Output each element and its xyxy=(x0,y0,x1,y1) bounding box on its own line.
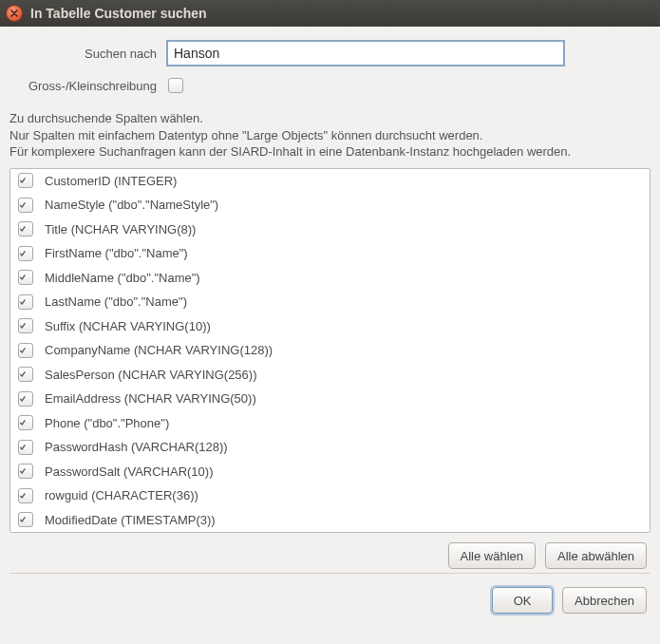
column-item[interactable]: CustomerID (INTEGER) xyxy=(10,169,650,194)
column-label: PasswordHash (VARCHAR(128)) xyxy=(45,440,228,454)
column-item[interactable]: Suffix (NCHAR VARYING(10)) xyxy=(10,314,650,339)
case-label: Gross-/Kleinschreibung xyxy=(9,79,157,93)
dialog-window: In Tabelle Customer suchen Suchen nach G… xyxy=(0,0,660,644)
column-label: EmailAddress (NCHAR VARYING(50)) xyxy=(45,391,256,406)
window-title: In Tabelle Customer suchen xyxy=(30,6,207,21)
column-item[interactable]: CompanyName (NCHAR VARYING(128)) xyxy=(10,338,650,363)
column-checkbox[interactable] xyxy=(18,270,33,285)
column-checkbox[interactable] xyxy=(18,246,33,261)
column-item[interactable]: PasswordSalt (VARCHAR(10)) xyxy=(10,460,650,484)
column-label: NameStyle ("dbo"."NameStyle") xyxy=(45,198,218,212)
divider xyxy=(9,573,651,574)
column-label: PasswordSalt (VARCHAR(10)) xyxy=(45,464,213,479)
column-checkbox[interactable] xyxy=(18,488,33,503)
column-label: Suffix (NCHAR VARYING(10)) xyxy=(45,319,211,333)
instructions-line: Zu durchsuchende Spalten wählen. xyxy=(9,110,651,127)
check-icon xyxy=(19,175,27,186)
check-icon xyxy=(19,465,27,477)
column-item[interactable]: rowguid (CHARACTER(36)) xyxy=(10,483,650,508)
column-checkbox[interactable] xyxy=(18,440,33,455)
check-icon xyxy=(19,345,27,356)
check-icon xyxy=(19,369,27,380)
column-item[interactable]: SalesPerson (NCHAR VARYING(256)) xyxy=(10,363,650,388)
check-icon xyxy=(19,296,27,308)
column-checkbox[interactable] xyxy=(18,415,33,430)
column-item[interactable]: Title (NCHAR VARYING(8)) xyxy=(10,218,650,242)
column-checkbox[interactable] xyxy=(18,367,33,382)
column-label: SalesPerson (NCHAR VARYING(256)) xyxy=(45,368,256,382)
column-label: rowguid (CHARACTER(36)) xyxy=(45,488,198,502)
column-checkbox[interactable] xyxy=(18,343,33,358)
instructions-line: Für komplexere Suchanfragen kann der SIA… xyxy=(9,143,651,161)
column-checkbox[interactable] xyxy=(18,198,33,213)
column-item[interactable]: Phone ("dbo"."Phone") xyxy=(10,411,650,436)
check-icon xyxy=(19,223,27,235)
ok-button[interactable]: OK xyxy=(492,587,553,614)
column-label: Phone ("dbo"."Phone") xyxy=(45,416,169,430)
case-checkbox[interactable] xyxy=(168,78,183,93)
column-label: CustomerID (INTEGER) xyxy=(45,174,177,188)
cancel-button[interactable]: Abbrechen xyxy=(562,587,647,614)
column-checkbox[interactable] xyxy=(18,294,33,310)
column-list[interactable]: CustomerID (INTEGER)NameStyle ("dbo"."Na… xyxy=(9,168,651,534)
column-label: MiddleName ("dbo"."Name") xyxy=(45,271,200,285)
column-checkbox[interactable] xyxy=(18,391,33,407)
close-icon xyxy=(10,9,18,17)
check-icon xyxy=(19,417,27,428)
search-label: Suchen nach xyxy=(9,47,157,61)
select-all-button[interactable]: Alle wählen xyxy=(448,542,537,569)
check-icon xyxy=(19,514,27,525)
check-icon xyxy=(19,490,27,502)
check-icon xyxy=(19,320,27,331)
search-row: Suchen nach xyxy=(9,40,651,66)
deselect-all-button[interactable]: Alle abwählen xyxy=(545,542,647,569)
dialog-button-row: OK Abbrechen xyxy=(9,578,651,614)
column-label: Title (NCHAR VARYING(8)) xyxy=(45,222,196,237)
selection-button-row: Alle wählen Alle abwählen xyxy=(9,533,651,569)
search-input[interactable] xyxy=(166,40,565,66)
check-icon xyxy=(19,393,27,405)
case-row: Gross-/Kleinschreibung xyxy=(9,78,651,93)
column-item[interactable]: FirstName ("dbo"."Name") xyxy=(10,241,650,266)
column-item[interactable]: NameStyle ("dbo"."NameStyle") xyxy=(10,193,650,218)
column-item[interactable]: LastName ("dbo"."Name") xyxy=(10,290,650,314)
column-label: CompanyName (NCHAR VARYING(128)) xyxy=(45,343,273,357)
column-checkbox[interactable] xyxy=(18,318,33,333)
titlebar: In Tabelle Customer suchen xyxy=(0,0,660,27)
column-checkbox[interactable] xyxy=(18,221,33,237)
column-item[interactable]: EmailAddress (NCHAR VARYING(50)) xyxy=(10,387,650,411)
instructions: Zu durchsuchende Spalten wählen. Nur Spa… xyxy=(9,110,651,161)
check-icon xyxy=(19,248,27,259)
column-label: FirstName ("dbo"."Name") xyxy=(45,246,188,260)
column-checkbox[interactable] xyxy=(18,173,33,188)
close-button[interactable] xyxy=(6,5,23,22)
instructions-line: Nur Spalten mit einfachem Datentyp ohne … xyxy=(9,127,651,144)
check-icon xyxy=(19,199,27,211)
check-icon xyxy=(19,272,27,283)
dialog-body: Suchen nach Gross-/Kleinschreibung Zu du… xyxy=(0,27,660,644)
column-item[interactable]: ModifiedDate (TIMESTAMP(3)) xyxy=(10,508,650,533)
column-checkbox[interactable] xyxy=(18,512,33,527)
column-checkbox[interactable] xyxy=(18,464,33,479)
column-item[interactable]: PasswordHash (VARCHAR(128)) xyxy=(10,435,650,460)
column-label: LastName ("dbo"."Name") xyxy=(45,294,187,309)
column-item[interactable]: MiddleName ("dbo"."Name") xyxy=(10,266,650,291)
check-icon xyxy=(19,442,27,453)
column-label: ModifiedDate (TIMESTAMP(3)) xyxy=(45,513,216,527)
